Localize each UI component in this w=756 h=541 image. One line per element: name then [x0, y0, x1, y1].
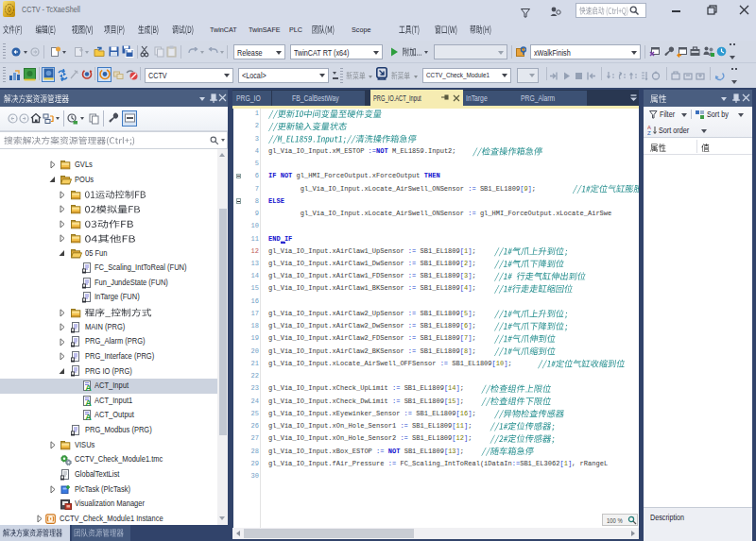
svg-text:Z: Z — [647, 130, 651, 135]
svg-text:A: A — [85, 383, 92, 392]
svg-text:A: A — [85, 413, 92, 421]
svg-text:A: A — [85, 398, 92, 407]
